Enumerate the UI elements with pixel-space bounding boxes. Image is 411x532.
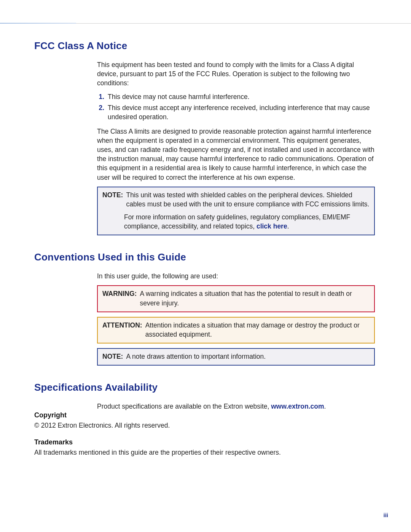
fcc-note-body2: For more information on safety guideline… [124, 212, 370, 231]
page-number: iii [383, 512, 388, 518]
top-gradient-rule [0, 23, 411, 24]
warning-row: WARNING: A warning indicates a situation… [102, 289, 370, 307]
heading-fcc: FCC Class A Notice [34, 40, 375, 52]
section-specs: Specifications Availability Product spec… [34, 382, 375, 411]
section-conventions: Conventions Used in this Guide In this u… [34, 251, 375, 366]
footer-block: Copyright © 2012 Extron Electronics. All… [34, 411, 375, 465]
fcc-condition-2: This device must accept any interference… [106, 103, 375, 121]
trademarks-heading: Trademarks [34, 438, 375, 447]
attention-body: Attention indicates a situation that may… [145, 321, 370, 339]
fcc-note-row: NOTE: This unit was tested with shielded… [102, 190, 370, 209]
conventions-intro: In this user guide, the following are us… [97, 272, 375, 281]
trademarks-group: Trademarks All trademarks mentioned in t… [34, 438, 375, 457]
heading-conventions: Conventions Used in this Guide [34, 251, 375, 263]
fcc-para2: The Class A limits are designed to provi… [97, 127, 375, 182]
copyright-heading: Copyright [34, 411, 375, 420]
fcc-note-body1: This unit was tested with shielded cable… [126, 190, 370, 209]
attention-callout: ATTENTION: Attention indicates a situati… [97, 317, 375, 343]
fcc-note-body2-post: . [287, 222, 289, 230]
fcc-note-callout: NOTE: This unit was tested with shielded… [97, 187, 375, 236]
copyright-body: © 2012 Extron Electronics. All rights re… [34, 421, 375, 430]
conventions-note-label: NOTE: [102, 352, 123, 361]
fcc-conditions-list: This device may not cause harmful interf… [97, 92, 375, 121]
page-content: FCC Class A Notice This equipment has be… [34, 40, 375, 426]
specs-para: Product specifications are available on … [97, 402, 375, 411]
conventions-note-row: NOTE: A note draws attention to importan… [102, 352, 370, 361]
specs-body: Product specifications are available on … [97, 402, 375, 411]
conventions-note-callout: NOTE: A note draws attention to importan… [97, 348, 375, 366]
fcc-note-body2-pre: For more information on safety guideline… [124, 213, 350, 230]
click-here-link[interactable]: click here [256, 222, 287, 230]
conventions-note-body: A note draws attention to important info… [126, 352, 370, 361]
conventions-callouts: WARNING: A warning indicates a situation… [97, 285, 375, 366]
warning-callout: WARNING: A warning indicates a situation… [97, 285, 375, 312]
fcc-body: This equipment has been tested and found… [97, 60, 375, 235]
attention-label: ATTENTION: [102, 321, 142, 330]
trademarks-body: All trademarks mentioned in this guide a… [34, 448, 375, 457]
note-label: NOTE: [102, 190, 123, 200]
attention-row: ATTENTION: Attention indicates a situati… [102, 321, 370, 339]
conventions-body: In this user guide, the following are us… [97, 272, 375, 281]
fcc-condition-1: This device may not cause harmful interf… [106, 92, 375, 101]
warning-label: WARNING: [102, 289, 137, 298]
specs-body-post: . [324, 403, 326, 410]
heading-specs: Specifications Availability [34, 382, 375, 393]
specs-body-pre: Product specifications are available on … [97, 403, 271, 410]
copyright-group: Copyright © 2012 Extron Electronics. All… [34, 411, 375, 430]
fcc-intro: This equipment has been tested and found… [97, 60, 375, 88]
warning-body: A warning indicates a situation that has… [140, 289, 370, 307]
extron-website-link[interactable]: www.extron.com [271, 403, 324, 410]
section-fcc: FCC Class A Notice This equipment has be… [34, 40, 375, 235]
